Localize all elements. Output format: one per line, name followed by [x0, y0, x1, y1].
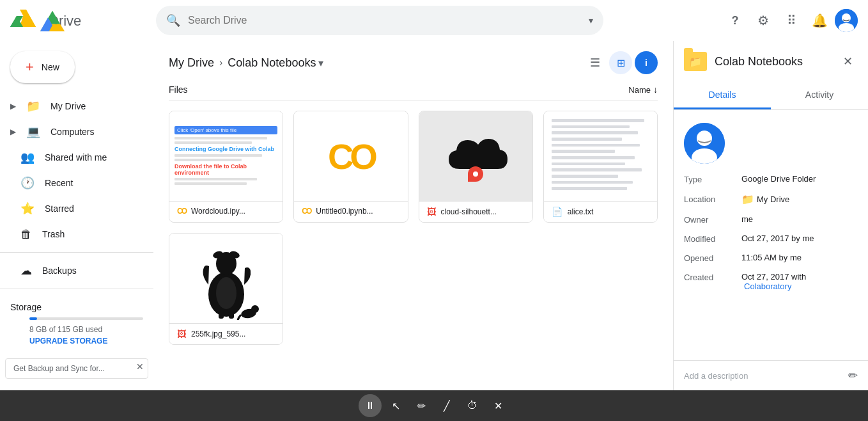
upgrade-storage-link[interactable]: UPGRADE STORAGE: [29, 337, 143, 346]
type-value: Google Drive Folder: [741, 174, 858, 184]
notification-bar: Get Backup and Sync for... ✕: [5, 358, 148, 379]
files-label: Files: [169, 84, 188, 95]
main-layout: + New ▶ 📁 My Drive ▶ 💻 Computers 👥 Share…: [0, 41, 868, 390]
sidebar-item-label: Recent: [45, 178, 73, 188]
breadcrumb-current[interactable]: Colab Notebooks ▾: [228, 56, 323, 70]
image-type-icon-2: 🖼: [177, 329, 186, 339]
description-placeholder[interactable]: Add a description: [684, 371, 848, 381]
storage-bar-bg: [29, 317, 143, 320]
sidebar-item-my-drive[interactable]: ▶ 📁 My Drive: [0, 93, 143, 119]
close-toolbar-button[interactable]: ✕: [486, 394, 509, 417]
sort-label: Name: [628, 85, 651, 95]
sidebar-item-recent[interactable]: 🕐 Recent: [0, 170, 143, 196]
svg-rect-18: [229, 312, 234, 319]
sidebar-item-label: Shared with me: [45, 152, 107, 163]
modified-label: Modified: [684, 234, 741, 244]
sidebar-divider: [0, 252, 153, 253]
search-bar[interactable]: 🔍 ▾: [156, 6, 603, 35]
sidebar-item-shared[interactable]: 👥 Shared with me: [0, 145, 143, 170]
search-dropdown-icon[interactable]: ▾: [589, 15, 593, 26]
file-card-cloud[interactable]: 🖼 cloud-silhouett...: [419, 111, 533, 223]
apps-button[interactable]: ⠿: [779, 8, 804, 33]
sort-button[interactable]: Name ↓: [628, 84, 658, 95]
tab-details[interactable]: Details: [674, 82, 771, 109]
file-grid: Click 'Open' above this file Connecting …: [169, 111, 658, 355]
file-info-alice-jpg: 🖼 255fk.jpg_595...: [169, 323, 283, 344]
file-name: 255fk.jpg_595...: [191, 330, 275, 338]
storage-label: Storage: [10, 302, 143, 312]
google-drive-logo: [40, 10, 65, 31]
main-content: My Drive › Colab Notebooks ▾ ☰ ⊞ i Files: [153, 41, 673, 390]
sidebar-item-backups[interactable]: ☁ Backups: [0, 258, 143, 283]
owner-value: me: [741, 214, 858, 224]
notifications-button[interactable]: 🔔: [807, 8, 832, 33]
file-thumb-wordcloud: Click 'Open' above this file Connecting …: [169, 111, 283, 201]
opened-value: 11:05 AM by me: [741, 253, 858, 262]
notification-close-icon[interactable]: ✕: [136, 361, 144, 372]
line-button[interactable]: ╱: [435, 394, 458, 417]
help-button[interactable]: ?: [722, 8, 748, 33]
file-name: cloud-silhouett...: [441, 207, 525, 216]
panel-title: Colab Notebooks: [715, 55, 837, 68]
colab-type-icon-2: CO: [302, 207, 311, 216]
breadcrumb-root[interactable]: My Drive: [169, 56, 214, 70]
sidebar-item-starred[interactable]: ⭐ Starred: [0, 196, 143, 221]
expand-icon-my-drive: ▶: [10, 102, 16, 111]
recent-icon: 🕐: [20, 176, 35, 190]
plus-icon: +: [26, 60, 34, 74]
svg-point-23: [697, 131, 712, 146]
created-label: Created: [684, 272, 741, 282]
file-thumb-cloud: [419, 111, 532, 201]
detail-row-owner: Owner me: [684, 214, 858, 225]
panel-close-button[interactable]: ✕: [837, 51, 858, 72]
cursor-button[interactable]: ↖: [384, 394, 407, 417]
pen-button[interactable]: ✏: [410, 394, 433, 417]
bottom-toolbar: ⏸ ↖ ✏ ╱ ⏱ ✕: [0, 390, 868, 421]
edit-description-icon[interactable]: ✏: [848, 369, 858, 383]
breadcrumb-chevron-icon: ▾: [318, 57, 323, 69]
starred-icon: ⭐: [20, 202, 35, 216]
colaboratory-link[interactable]: Colaboratory: [744, 282, 791, 291]
sidebar-item-label: Starred: [45, 203, 74, 214]
location-value-area: 📁 My Drive: [741, 193, 789, 205]
list-view-button[interactable]: ☰: [584, 51, 607, 74]
search-input[interactable]: [188, 15, 589, 26]
sidebar-item-label: Computers: [50, 127, 94, 137]
file-card-alice-txt[interactable]: 📄 alice.txt: [543, 111, 658, 223]
svg-point-19: [216, 277, 236, 309]
sidebar-item-label: Trash: [42, 229, 65, 239]
colab-logo: CO: [328, 136, 374, 177]
avatar[interactable]: [835, 9, 858, 32]
files-header: Files Name ↓: [169, 79, 658, 100]
panel-details: Type Google Drive Folder Location 📁 My D…: [674, 169, 868, 360]
pause-button[interactable]: ⏸: [359, 394, 382, 417]
tab-activity[interactable]: Activity: [771, 82, 868, 109]
topbar: Drive 🔍 ▾ ? ⚙ ⠿ 🔔: [0, 0, 868, 41]
opened-label: Opened: [684, 253, 741, 263]
new-button[interactable]: + New: [10, 51, 75, 83]
sidebar-item-computers[interactable]: ▶ 💻 Computers: [0, 119, 143, 145]
sidebar-item-trash[interactable]: 🗑 Trash: [0, 221, 143, 247]
file-thumb-alice: [169, 234, 283, 323]
file-card-wordcloud[interactable]: Click 'Open' above this file Connecting …: [169, 111, 283, 223]
file-name: alice.txt: [568, 207, 649, 216]
location-label: Location: [684, 195, 741, 204]
backups-icon: ☁: [20, 264, 32, 278]
info-panel-button[interactable]: i: [635, 51, 658, 74]
location-folder-icon: 📁: [741, 193, 754, 205]
avatar-image: [835, 9, 858, 32]
file-card-alice-jpg[interactable]: 🖼 255fk.jpg_595...: [169, 233, 283, 345]
files-section: Files Name ↓ Click 'Open' above this fil…: [153, 79, 673, 355]
sidebar: + New ▶ 📁 My Drive ▶ 💻 Computers 👥 Share…: [0, 41, 153, 390]
breadcrumb: My Drive › Colab Notebooks ▾: [169, 56, 323, 70]
type-label: Type: [684, 174, 741, 184]
view-toggle: ☰ ⊞ i: [584, 51, 658, 74]
new-label: New: [42, 62, 59, 72]
settings-button[interactable]: ⚙: [750, 8, 776, 33]
doc-type-icon: 📄: [552, 207, 562, 217]
modified-value: Oct 27, 2017 by me: [741, 234, 858, 243]
grid-view-button[interactable]: ⊞: [609, 51, 632, 74]
file-card-untitled[interactable]: CO CO Untitled0.ipynb...: [293, 111, 408, 223]
shared-icon: 👥: [20, 150, 35, 164]
timer-button[interactable]: ⏱: [461, 394, 484, 417]
